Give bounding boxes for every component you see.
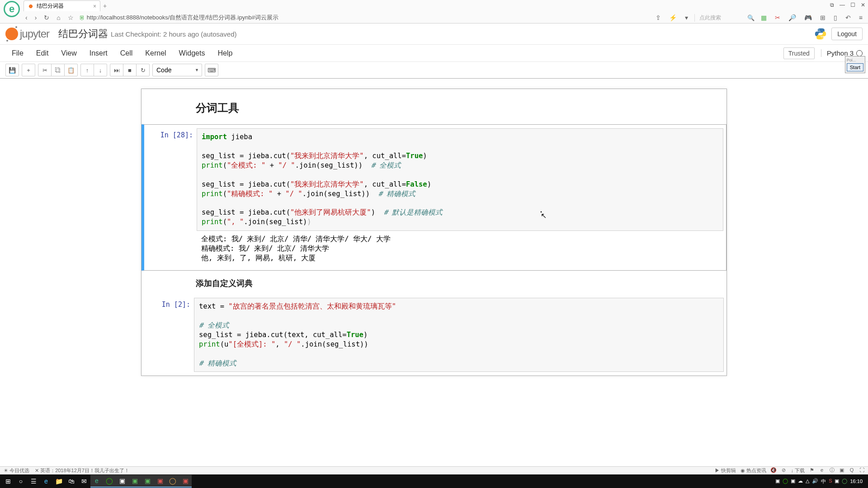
store-icon[interactable]: 🛍 (65, 475, 78, 488)
notebook-area[interactable]: 分词工具 In [28]: import jieba seg_list = ji… (0, 80, 868, 474)
command-palette-button[interactable]: ⌨ (205, 64, 218, 76)
insert-cell-button[interactable]: + (22, 64, 35, 76)
jupyter-logo-text: jupyter (20, 28, 49, 40)
app-icon-4[interactable]: ◯ (166, 475, 179, 488)
menu-kernel[interactable]: Kernel (139, 46, 172, 61)
fullscreen-icon[interactable]: ⛶ (859, 467, 864, 473)
tray-icon[interactable]: ◯ (783, 478, 788, 485)
app-icon-2[interactable]: ▣ (128, 475, 141, 488)
ext-icon-6[interactable]: ▯ (832, 14, 839, 21)
tray-icon[interactable]: 中 (821, 478, 826, 485)
browser-search[interactable]: 点此搜索 🔍 (694, 14, 755, 22)
block-icon[interactable]: ⊘ (781, 467, 786, 473)
tray-icon[interactable]: ▣ (791, 478, 795, 485)
save-button[interactable]: 💾 (5, 64, 19, 76)
restart-button[interactable]: ↻ (136, 64, 150, 76)
reload-icon[interactable]: ↻ (42, 14, 51, 21)
status-item[interactable]: ↓ 下载 (791, 467, 805, 474)
notebook-name[interactable]: 结巴分词器 (58, 27, 108, 41)
clock[interactable]: 16:10 (850, 479, 863, 484)
status-item[interactable]: ☀ 今日优选 (4, 467, 29, 474)
forward-icon[interactable]: › (33, 14, 39, 21)
start-button[interactable]: Start (847, 63, 863, 71)
chevron-down-icon[interactable]: ▾ (683, 14, 690, 21)
tray-icon[interactable]: ▣ (775, 478, 780, 485)
tray-icon[interactable]: △ (806, 478, 809, 485)
url-box[interactable]: ⛨ http://localhost:8888/notebooks/自然语言处理… (79, 14, 278, 22)
search-icon[interactable]: 🔍 (747, 14, 755, 21)
window-pin-icon[interactable]: ⧉ (830, 2, 834, 8)
markdown-cell[interactable]: 分词工具 (142, 89, 726, 124)
flash-icon[interactable]: ⚡ (667, 14, 679, 21)
tray-icon[interactable]: ☁ (798, 478, 803, 485)
menu-cell[interactable]: Cell (114, 46, 139, 61)
undo-icon[interactable]: ↶ (844, 14, 853, 21)
code-cell-selected[interactable]: In [28]: import jieba seg_list = jieba.c… (142, 124, 726, 271)
explorer-icon[interactable]: 📁 (52, 475, 65, 488)
back-icon[interactable]: ‹ (24, 14, 29, 21)
speed-icon[interactable]: ⓘ (829, 467, 835, 473)
tab-title: 结巴分词器 (37, 2, 64, 10)
status-item[interactable]: ◉ 热点资讯 (741, 467, 766, 474)
taskview-icon[interactable]: ☰ (27, 475, 40, 488)
menu-icon[interactable]: ≡ (857, 14, 864, 21)
copy-button[interactable]: ⿻ (51, 64, 65, 76)
trusted-button[interactable]: Trusted (783, 47, 815, 59)
menu-edit[interactable]: Edit (30, 46, 55, 61)
cut-button[interactable]: ✂ (38, 64, 52, 76)
star-icon[interactable]: ☆ (66, 14, 75, 21)
interrupt-button[interactable]: ■ (123, 64, 137, 76)
status-item[interactable]: ▶ 快剪辑 (715, 467, 736, 474)
zoom-icon[interactable]: Q (849, 467, 854, 473)
mute-icon[interactable]: 🔇 (771, 467, 776, 473)
run-button[interactable]: ⏭ (110, 64, 123, 76)
menu-help[interactable]: Help (211, 46, 239, 61)
code-input[interactable]: text = "故宫的著名景点包括乾清宫、太和殿和黄琉璃瓦等" # 全模式 se… (194, 298, 724, 372)
ext-icon[interactable]: e (819, 467, 825, 473)
markdown-cell[interactable]: 添加自定义词典 (142, 271, 726, 294)
logout-button[interactable]: Logout (831, 28, 863, 40)
move-up-button[interactable]: ↑ (80, 64, 94, 76)
wechat-icon[interactable]: ◯ (103, 475, 116, 488)
move-down-button[interactable]: ↓ (94, 64, 107, 76)
edge-icon[interactable]: e (40, 475, 52, 488)
tray-icon[interactable]: 🔊 (812, 478, 818, 485)
pdf-icon[interactable]: ▣ (154, 475, 166, 488)
code-cell[interactable]: In [2]: text = "故宫的著名景点包括乾清宫、太和殿和黄琉璃瓦等" … (142, 294, 726, 375)
menu-insert[interactable]: Insert (83, 46, 114, 61)
new-tab-button[interactable]: + (103, 2, 107, 9)
app-icon-5[interactable]: ▣ (179, 475, 192, 488)
ext-icon-2[interactable]: ✂ (773, 14, 782, 21)
run-group: ⏭ ■ ↻ (110, 64, 150, 76)
menu-view[interactable]: View (55, 46, 83, 61)
menu-widgets[interactable]: Widgets (173, 46, 212, 61)
tray-icon[interactable]: ▣ (835, 478, 839, 485)
ext-icon-3[interactable]: 🔎 (787, 14, 798, 21)
window-close-icon[interactable]: ✕ (861, 2, 865, 8)
ext-icon-4[interactable]: 🎮 (802, 14, 814, 21)
app-icon-1[interactable]: ▣ (116, 475, 128, 488)
flag-icon[interactable]: ⚑ (809, 467, 815, 473)
tray-icon[interactable]: ◯ (842, 478, 847, 485)
jupyter-logo[interactable]: jupyter (5, 28, 49, 40)
status-item[interactable]: ✕ 英语：2018年12月7日！我儿子出生了！ (35, 467, 129, 474)
browser360-icon[interactable]: e (90, 475, 103, 488)
app-icon-3[interactable]: ▣ (141, 475, 154, 488)
paste-button[interactable]: 📋 (64, 64, 78, 76)
close-icon[interactable]: × (93, 3, 96, 9)
ext-icon-5[interactable]: ⊞ (818, 14, 827, 21)
mail-icon[interactable]: ✉ (78, 475, 90, 488)
browser-tab[interactable]: 结巴分词器 × (24, 0, 100, 11)
share-icon[interactable]: ⇪ (654, 14, 663, 21)
window-min-icon[interactable]: — (840, 2, 845, 8)
game-icon[interactable]: ▣ (839, 467, 844, 473)
menu-file[interactable]: File (5, 46, 30, 61)
window-max-icon[interactable]: ☐ (850, 2, 855, 8)
cell-type-select[interactable]: Code (152, 64, 202, 76)
start-menu-icon[interactable]: ⊞ (2, 475, 14, 488)
tray-icon[interactable]: S (829, 478, 832, 485)
code-input[interactable]: import jieba seg_list = jieba.cut("我来到北京… (197, 128, 723, 231)
ext-icon-1[interactable]: ▦ (759, 14, 769, 21)
cortana-icon[interactable]: ○ (14, 475, 27, 488)
home-icon[interactable]: ⌂ (55, 14, 62, 21)
